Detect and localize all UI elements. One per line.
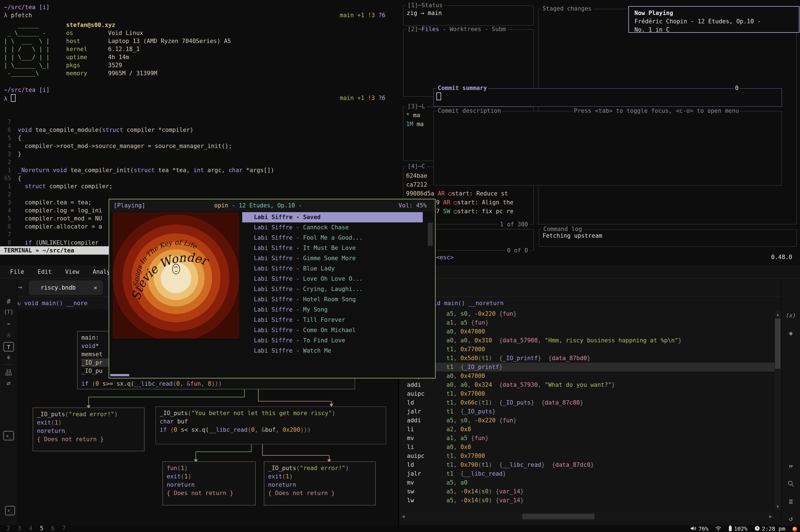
commit-description-popup[interactable]: Commit description Press <tab> to toggle… bbox=[433, 111, 782, 186]
refresh-icon[interactable]: ↻ bbox=[17, 300, 24, 306]
graph-node-read-error-2[interactable]: _IO_puts("read error!")exit(1)noreturn{ … bbox=[264, 461, 375, 505]
playlist[interactable]: Labi Siffre - SavedLabi Siffre - Cannock… bbox=[242, 212, 423, 356]
asm-row[interactable]: auipct1, 0x77000 bbox=[399, 389, 775, 398]
code-line: 6void tea_compile_module(struct compiler… bbox=[0, 126, 402, 134]
graph-node-line: char buf bbox=[160, 417, 382, 426]
playlist-item[interactable]: Labi Siffre - Come On Michael bbox=[242, 325, 423, 336]
playlist-item[interactable]: Labi Siffre - Blue Lady bbox=[242, 264, 423, 274]
tag-icon[interactable]: ⌁ bbox=[0, 320, 17, 328]
asm-row[interactable]: a0, 0x47000 bbox=[399, 327, 775, 336]
console-toggle-icon[interactable]: >_ bbox=[5, 506, 15, 515]
graph-node-read-error-1[interactable]: _IO_puts("read error!")exit(1)noreturn{ … bbox=[33, 407, 145, 451]
workspace-3[interactable]: 3 bbox=[14, 525, 25, 531]
battery-icon[interactable] bbox=[729, 525, 732, 532]
tab-riscy-bndb[interactable]: riscy.bndb ✕ bbox=[29, 281, 103, 294]
linear-disassembly-pane[interactable]: a5, s0, -0x220 {fun}a1, a5 {fun}a0, 0x47… bbox=[399, 309, 775, 509]
horizontal-scrollbar[interactable]: ◀ ▶ bbox=[399, 512, 775, 520]
types-icon[interactable]: {T} bbox=[0, 309, 17, 315]
playlist-item[interactable]: Labi Siffre - Cannock Chase bbox=[242, 223, 423, 233]
playlist-item[interactable]: Labi Siffre - Till Forever bbox=[242, 315, 423, 325]
location-pin-icon[interactable]: ☉ bbox=[0, 331, 17, 339]
workspace-7[interactable]: 7 bbox=[58, 525, 70, 531]
hscroll-thumb[interactable] bbox=[522, 514, 594, 519]
menu-view[interactable]: View bbox=[65, 268, 79, 275]
asm-row[interactable]: t1 {_IO_printf} bbox=[399, 363, 775, 372]
asm-row[interactable]: lwa5, -0x14(s0) {var_14} bbox=[399, 496, 775, 505]
volume-icon[interactable] bbox=[690, 526, 696, 532]
playlist-scrollbar[interactable] bbox=[428, 223, 433, 246]
playlist-item[interactable]: Labi Siffre - Watch Me bbox=[242, 346, 423, 356]
text-view-icon-active[interactable]: T bbox=[3, 342, 14, 352]
vertical-scrollbar[interactable]: ▲ ▼ bbox=[775, 311, 781, 510]
workspace-4[interactable]: 4 bbox=[25, 525, 36, 531]
asm-row[interactable]: swa5, -0x14(s0) {var_14} bbox=[399, 487, 775, 496]
asm-row[interactable]: mva1, a5 {fun} bbox=[399, 434, 775, 442]
asm-row[interactable]: lia2, 0x8 bbox=[399, 425, 775, 434]
menu-file[interactable]: File bbox=[10, 268, 24, 275]
playlist-item[interactable]: Labi Siffre - Love Oh Love O... bbox=[242, 274, 423, 284]
bug-icon[interactable]: ⚘ bbox=[0, 354, 17, 362]
asm-row[interactable]: a1, a5 {fun} bbox=[399, 318, 775, 327]
wifi-icon[interactable] bbox=[715, 526, 721, 532]
hierarchy-icon[interactable]: 品 bbox=[0, 368, 17, 377]
terminal-console-icon[interactable]: >_ bbox=[3, 431, 14, 440]
asm-row[interactable]: auipct1, 0x77000 bbox=[399, 452, 775, 460]
playlist-item[interactable]: Labi Siffre - Gimme Some More bbox=[242, 253, 423, 264]
playlist-item[interactable]: Labi Siffre - Fool Me a Good... bbox=[242, 233, 423, 243]
workspace-2[interactable]: 2 bbox=[3, 525, 14, 531]
tab-close-icon[interactable]: ✕ bbox=[94, 281, 97, 294]
quotes-icon[interactable]: ” bbox=[781, 464, 800, 473]
workspace-6[interactable]: 6 bbox=[47, 525, 58, 531]
commit-row[interactable]: 99086d5a AR ◯start: Reduce st bbox=[403, 189, 533, 198]
code-line: 1 struct compiler compiler; bbox=[0, 183, 402, 190]
variables-icon[interactable]: (x) bbox=[781, 312, 800, 319]
asm-row[interactable]: jalrt1 {_IO_puts} bbox=[399, 407, 775, 416]
playlist-item[interactable]: Labi Siffre - It Must Be Love bbox=[242, 243, 423, 253]
graph-node-fun[interactable]: fun(1)exit(1)noreturn{ Does not return } bbox=[163, 461, 256, 505]
scroll-right-icon[interactable]: ▶ bbox=[766, 512, 775, 520]
asm-row[interactable]: mva5, a0 bbox=[399, 478, 775, 487]
code-line: 1_Noreturn void tea_compiler_init(struct… bbox=[0, 166, 402, 174]
asm-row[interactable]: t1, 0x77000 bbox=[399, 345, 775, 354]
lazygit-status-panel[interactable]: [1]─Status zig → main bbox=[403, 5, 534, 25]
now-playing-notification[interactable]: Now Playing Frédéric Chopin - 12 Etudes,… bbox=[628, 6, 799, 33]
player-progress-bar[interactable] bbox=[110, 374, 129, 376]
playlist-item[interactable]: Labi Siffre - Crying, Laughi... bbox=[242, 284, 423, 294]
workspace-switcher[interactable]: 234567 bbox=[3, 525, 70, 532]
asm-row[interactable]: ldt1, 0x66c(t1) {_IO_puts} {data_87c80} bbox=[399, 398, 775, 407]
asm-row[interactable]: addia5, s0, -0x220 {fun} bbox=[399, 416, 775, 425]
asm-row[interactable]: jalrt1 {__libc_read} bbox=[399, 469, 775, 478]
history-icon[interactable]: ↺ bbox=[781, 515, 800, 522]
graph-node-riscy[interactable]: _IO_puts("You better not let this get mo… bbox=[155, 406, 386, 444]
playlist-item[interactable]: Labi Siffre - My Song bbox=[242, 305, 423, 315]
asm-row[interactable]: a5, s0, -0x220 {fun} bbox=[399, 309, 775, 318]
workspace-5[interactable]: 5 bbox=[36, 525, 47, 531]
search-icon[interactable] bbox=[781, 480, 800, 489]
vscroll-thumb[interactable] bbox=[775, 319, 781, 369]
nav-forward-icon[interactable]: → bbox=[18, 283, 22, 291]
list-icon[interactable]: ≣ bbox=[781, 498, 800, 505]
scroll-left-icon[interactable]: ◀ bbox=[399, 512, 408, 520]
scroll-down-icon[interactable]: ▼ bbox=[775, 503, 781, 510]
commit-summary-popup[interactable]: Commit summary 0 bbox=[433, 88, 782, 107]
asm-row[interactable]: auipca0, 0x47000 bbox=[399, 372, 775, 380]
playlist-item[interactable]: Labi Siffre - To Find Love bbox=[242, 336, 423, 346]
asm-row[interactable]: ldt1, 0x790(t1) {__libc_read} {data_87dc… bbox=[399, 460, 775, 469]
asm-row[interactable]: addia0, a0, 0x324 {data_57930, "What do … bbox=[399, 380, 775, 389]
hashtag-icon[interactable]: # bbox=[0, 298, 17, 305]
commit-description-hint: Press <tab> to toggle focus, <c-o> to op… bbox=[573, 108, 740, 114]
playlist-item[interactable]: Labi Siffre - Saved bbox=[242, 212, 423, 223]
swap-flow-icon[interactable]: ⇄ bbox=[0, 379, 17, 387]
pfetch-field: osVoid Linux bbox=[66, 29, 231, 37]
layers-icon[interactable]: ◈ bbox=[781, 329, 800, 337]
playlist-item[interactable]: Labi Siffre - Hotel Room Song bbox=[242, 294, 423, 305]
menu-edit[interactable]: Edit bbox=[37, 268, 52, 275]
asm-row[interactable]: lia0, 0x0 bbox=[399, 442, 775, 452]
status-panel-title: [1]─Status bbox=[406, 2, 444, 8]
status-dot-icon[interactable] bbox=[793, 527, 797, 531]
music-player-window[interactable]: [Playing] opin - 12 Etudes, Op.10 - Vol:… bbox=[109, 199, 435, 378]
prompt-cursor-line[interactable]: λ bbox=[4, 94, 16, 103]
scroll-up-icon[interactable]: ▲ bbox=[775, 311, 781, 318]
asm-row[interactable]: t1, 0x5d0(t1) {_IO_printf} {data_87bd0} bbox=[399, 354, 775, 363]
asm-row[interactable]: a0, a0, 0x310 {data_57908, "Hmm, riscy b… bbox=[399, 336, 775, 345]
